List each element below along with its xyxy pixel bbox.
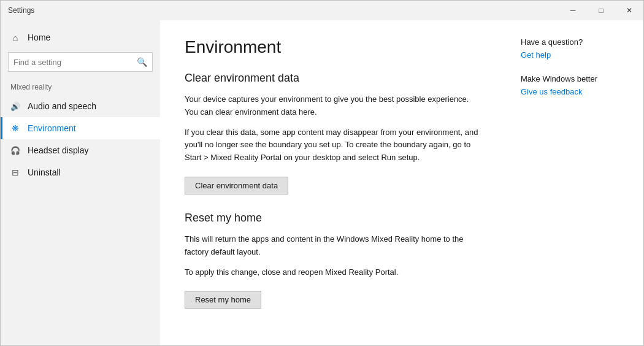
home-icon bbox=[10, 33, 20, 42]
clear-description-2: If you clear this data, some app content… bbox=[185, 126, 479, 164]
window-controls: ─ □ ✕ bbox=[559, 1, 643, 20]
sidebar-item-home[interactable]: Home bbox=[1, 26, 160, 48]
feedback-link[interactable]: Give us feedback bbox=[521, 87, 631, 96]
mixed-reality-label: Mixed reality bbox=[1, 75, 160, 95]
headset-label: Headset display bbox=[28, 145, 89, 155]
reset-description-2: To apply this change, close and reopen M… bbox=[185, 266, 479, 279]
audio-label: Audio and speech bbox=[28, 101, 96, 111]
search-box[interactable]: 🔍 bbox=[8, 52, 153, 72]
env-icon bbox=[10, 123, 20, 133]
sidebar-item-audio[interactable]: Audio and speech bbox=[1, 95, 160, 117]
reset-section-title: Reset my home bbox=[185, 212, 484, 225]
home-label: Home bbox=[28, 33, 50, 42]
content-area: Home 🔍 Mixed reality Audio and speech En… bbox=[1, 20, 643, 345]
get-help-link[interactable]: Get help bbox=[521, 50, 631, 60]
sidebar-item-headset[interactable]: Headset display bbox=[1, 139, 160, 161]
question-label: Have a question? bbox=[521, 37, 631, 47]
reset-description-1: This will return the apps and content in… bbox=[185, 233, 479, 259]
uninstall-icon bbox=[10, 167, 20, 177]
clear-section-title: Clear environment data bbox=[185, 72, 484, 85]
maximize-button[interactable]: □ bbox=[587, 1, 615, 20]
page-title: Environment bbox=[185, 37, 484, 57]
minimize-button[interactable]: ─ bbox=[559, 1, 587, 20]
right-panel: Have a question? Get help Make Windows b… bbox=[508, 20, 643, 345]
uninstall-label: Uninstall bbox=[28, 167, 61, 177]
windows-label: Make Windows better bbox=[521, 74, 631, 83]
close-button[interactable]: ✕ bbox=[615, 1, 643, 20]
clear-description-1: Your device captures your environment to… bbox=[185, 93, 479, 119]
window-title: Settings bbox=[8, 6, 34, 15]
headset-icon bbox=[10, 145, 20, 155]
env-label: Environment bbox=[28, 123, 76, 133]
sidebar: Home 🔍 Mixed reality Audio and speech En… bbox=[1, 20, 160, 345]
reset-home-button[interactable]: Reset my home bbox=[185, 291, 261, 309]
titlebar: Settings ─ □ ✕ bbox=[1, 1, 643, 20]
settings-window: Settings ─ □ ✕ Home 🔍 Mixed reality Audi… bbox=[0, 0, 644, 346]
main-content: Environment Clear environment data Your … bbox=[160, 20, 508, 345]
search-input[interactable] bbox=[13, 58, 137, 67]
clear-env-button[interactable]: Clear environment data bbox=[185, 177, 288, 194]
sidebar-item-uninstall[interactable]: Uninstall bbox=[1, 161, 160, 183]
search-icon: 🔍 bbox=[137, 57, 147, 67]
sidebar-item-environment[interactable]: Environment bbox=[1, 117, 160, 139]
audio-icon bbox=[10, 101, 20, 111]
